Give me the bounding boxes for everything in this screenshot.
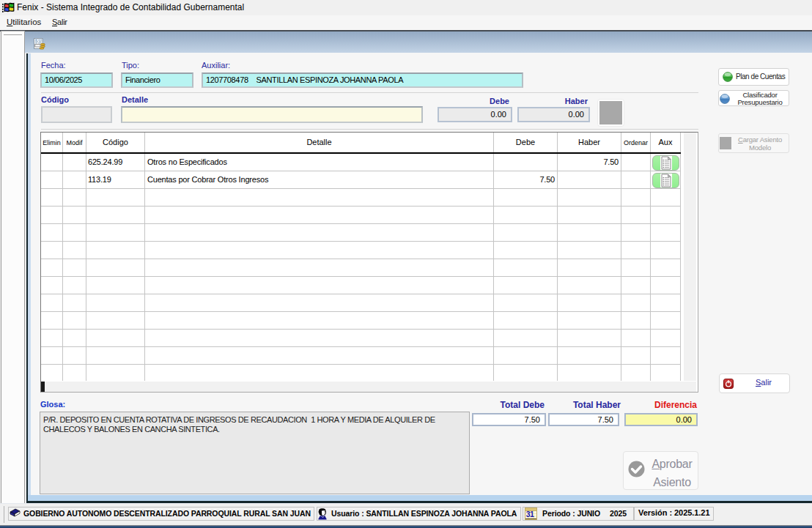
svg-text:31: 31 (526, 510, 534, 518)
